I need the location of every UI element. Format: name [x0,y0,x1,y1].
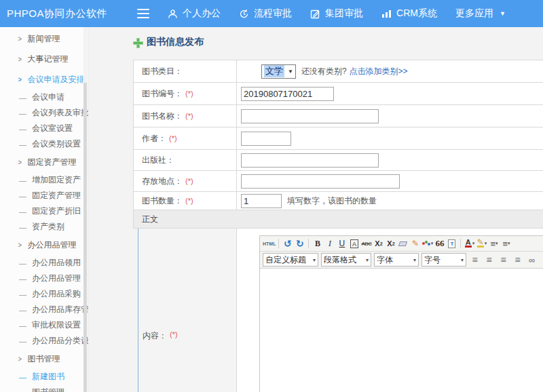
sidebar-item-asset-depreciation[interactable]: —固定资产折旧 [0,203,88,219]
dash-icon: — [19,192,26,200]
ordered-list-icon[interactable]: ≡▾ [488,237,500,250]
body-section-title: 正文 [142,214,158,225]
top-menu-label: 集团审批 [325,7,363,20]
sidebar-item-meeting-category[interactable]: —会议类别设置 [0,136,88,152]
font-color-icon[interactable]: A▾ [464,237,475,250]
underline-icon[interactable]: U [336,237,348,250]
add-category-link[interactable]: 点击添加类别>> [350,66,408,77]
sidebar-group-office-supplies[interactable]: >办公用品管理 [0,235,88,255]
eraser-icon[interactable] [397,237,409,250]
align-center-icon[interactable]: ≡ [483,254,495,266]
sidebar-item-add-asset[interactable]: —增加固定资产 [0,172,88,188]
chevron-right-icon: > [18,355,22,363]
required-mark: (*) [185,90,193,98]
caret-down-icon: ▼ [500,10,506,17]
required-mark: (*) [185,112,193,120]
bold-icon[interactable]: B [312,237,323,250]
align-left-icon[interactable]: ≡ [469,254,481,266]
caret-down-icon: ▾ [366,257,369,263]
color-palette-icon[interactable]: ▾ [422,237,433,250]
top-menu-more-apps[interactable]: 更多应用 ▼ [455,7,506,20]
unordered-list-icon[interactable]: ≡▾ [500,237,512,250]
align-right-icon[interactable]: ≡ [498,254,509,266]
dash-icon: — [19,275,26,283]
sidebar-item-asset-category[interactable]: —资产类别 [0,219,88,235]
sidebar-group-meeting[interactable]: >会议申请及安排 [0,69,88,90]
sidebar-item-approval-permission[interactable]: —审批权限设置 [0,317,88,333]
insert-link-icon[interactable]: ∞ [526,254,538,266]
top-menu-label: 更多应用 [455,7,493,20]
toolbar-separator [278,239,279,248]
top-menu-crm-system[interactable]: CRM系统 [381,7,437,20]
book-name-input[interactable] [241,109,379,123]
style-select[interactable]: 自定义标题▾ [263,253,318,267]
name-label: 图书名称： [142,111,183,122]
category-select[interactable]: 文学 ▼ [261,64,296,79]
editor-toolbar-row2: 自定义标题▾ 段落格式▾ 字体▾ 字号▾ ≡ ≡ ≡ ≡ ∞ ∞ [260,252,543,269]
sidebar-item-book-manage[interactable]: —图书管理 [0,385,88,392]
required-mark: (*) [185,177,193,185]
align-justify-icon[interactable]: ≡ [512,254,523,266]
dash-icon: — [19,94,26,102]
top-menu-process-approval[interactable]: 流程审批 [239,7,292,20]
subscript-icon[interactable]: X2 [385,237,396,250]
edit-icon [310,9,320,19]
quantity-label: 图书数量： [142,195,183,207]
quantity-hint: 填写数字，该图书的数量 [287,195,377,207]
top-menu-label: 流程审批 [254,7,292,20]
sidebar-item-supplies-inventory[interactable]: —办公用品库存管理 [0,302,88,317]
quantity-input[interactable] [241,194,282,208]
paste-icon[interactable]: T [446,237,457,250]
top-menu-label: CRM系统 [396,7,437,20]
paragraph-format-select[interactable]: 段落格式▾ [321,253,371,267]
html-source-button[interactable]: HTML [263,237,276,250]
highlight-color-icon[interactable]: ✎▾ [476,237,487,250]
sidebar-group-news[interactable]: >新闻管理 [0,28,88,49]
chevron-right-icon: > [18,241,22,249]
sidebar-item-supplies-manage[interactable]: —办公用品管理 [0,271,88,286]
sidebar-item-asset-manage[interactable]: —固定资产管理 [0,188,88,203]
form-row-content: 内容： (*) HTML ↺ ↻ B I U A ABC [138,229,543,392]
hamburger-menu-icon[interactable] [137,9,149,18]
sidebar-group-memorabilia[interactable]: >大事记管理 [0,49,88,69]
font-family-select[interactable]: 字体▾ [374,253,419,267]
format-brush-icon[interactable]: ✎ [409,237,421,250]
italic-icon[interactable]: I [324,237,335,250]
font-size-select[interactable]: 字号▾ [422,253,466,267]
book-code-input[interactable] [241,87,334,101]
location-input[interactable] [241,174,400,189]
sidebar-item-new-book[interactable]: —新建图书 [0,369,88,385]
caret-down-icon: ▾ [313,257,316,263]
top-menu-personal-office[interactable]: 个人办公 [168,7,221,20]
sidebar-item-supplies-purchase[interactable]: —办公用品采购 [0,286,88,302]
sidebar-item-meeting-list[interactable]: —会议列表及审批 [0,105,88,121]
sidebar-item-meeting-apply[interactable]: —会议申请 [0,90,88,105]
top-menu-group-approval[interactable]: 集团审批 [310,7,363,20]
dash-icon: — [19,321,26,330]
superscript-icon[interactable]: X2 [373,237,384,250]
publisher-input[interactable] [241,153,379,168]
toolbar-separator [460,239,461,248]
dash-icon: — [19,109,26,117]
sidebar-item-meeting-room[interactable]: —会议室设置 [0,121,88,136]
app-logo: PHPOA协同办公软件 [7,7,107,20]
author-input[interactable] [241,132,291,146]
sidebar-item-supplies-claim[interactable]: —办公用品领用 [0,255,88,271]
redo-icon[interactable]: ↻ [294,237,305,250]
sidebar-item-supplies-classify[interactable]: —办公用品分类设置 [0,333,88,349]
undo-icon[interactable]: ↺ [282,237,293,250]
font-style-icon[interactable]: A [350,239,358,248]
page-title: 图书信息发布 [133,36,204,48]
category-hint: 还没有类别? [301,66,347,77]
editor-toolbar-row1: HTML ↺ ↻ B I U A ABC X2 X2 ✎ [260,236,543,252]
strikethrough-icon[interactable]: ABC [360,237,372,250]
publisher-label: 出版社： [142,155,174,166]
sidebar-group-fixed-assets[interactable]: >固定资产管理 [0,152,88,172]
editor-content-area[interactable] [260,269,543,392]
blockquote-icon[interactable]: 66 [434,237,445,250]
remove-link-icon[interactable]: ∞ [540,254,543,266]
sidebar-scrollbar-thumb[interactable] [83,83,87,392]
sidebar-group-books[interactable]: >图书管理 [0,349,88,369]
required-mark: (*) [170,330,178,338]
chevron-right-icon: > [18,75,22,83]
